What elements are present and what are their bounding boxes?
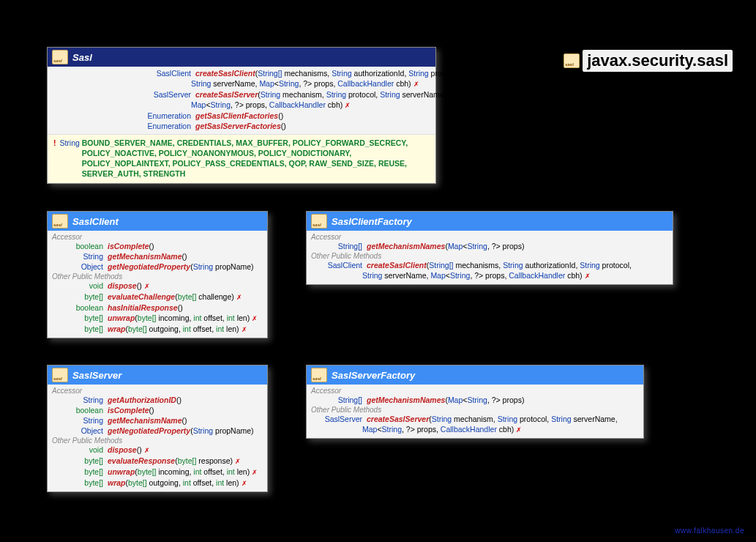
card-header: SaslServer xyxy=(48,365,267,385)
return-type: Object xyxy=(52,261,108,272)
section-label: Accessor xyxy=(307,232,673,241)
method-row: byte[]unwrap (byte[] incoming, int offse… xyxy=(48,313,267,324)
method-name: getMechanismNames xyxy=(367,241,445,251)
class-card-sasl: Sasl SaslClientcreateSaslClient (String[… xyxy=(47,47,436,184)
method-params: () xyxy=(137,281,142,291)
method-params: () xyxy=(182,251,187,261)
card-header: SaslServerFactory xyxy=(307,365,643,385)
method-row: Map<String, ?> props, CallbackHandler cb… xyxy=(48,100,435,111)
method-name: unwrap xyxy=(108,467,135,477)
throws-marker: ✗ xyxy=(411,79,419,89)
method-params: () xyxy=(281,121,286,131)
card-header: SaslClient xyxy=(48,212,267,231)
section-label: Other Public Methods xyxy=(307,405,643,414)
return-type: Enumeration xyxy=(52,121,195,131)
class-icon xyxy=(52,214,68,229)
card-header: Sasl xyxy=(48,48,435,67)
section-label: Other Public Methods xyxy=(48,272,267,281)
method-row: String serverName, Map<String, ?> props,… xyxy=(307,270,673,281)
method-name: getAuthorizationID xyxy=(108,395,176,405)
throws-marker: ✗ xyxy=(250,467,258,478)
card-header: SaslClientFactory xyxy=(307,212,673,231)
class-icon xyxy=(52,368,68,382)
method-params: (Map<String, ?> props) xyxy=(445,241,524,251)
package-icon xyxy=(564,53,580,68)
method-row: String serverName, Map<String, ?> props,… xyxy=(48,78,435,89)
return-type: Object xyxy=(52,426,108,436)
method-row: voiddispose ()✗ xyxy=(48,445,267,456)
method-params: (byte[] outgoing, int offset, int len) xyxy=(126,324,239,334)
throws-marker: ✗ xyxy=(514,425,522,435)
return-type: SaslClient xyxy=(52,68,195,78)
throws-marker: ✗ xyxy=(343,100,351,111)
class-title: SaslClient xyxy=(72,216,119,227)
throws-marker: ✗ xyxy=(583,271,591,281)
footer-link[interactable]: www.falkhausen.de xyxy=(675,527,744,535)
method-row: voiddispose ()✗ xyxy=(48,281,267,292)
method-name: createSaslServer xyxy=(195,89,258,100)
class-title: SaslClientFactory xyxy=(332,216,412,227)
return-type: byte[] xyxy=(52,467,108,477)
method-row: byte[]evaluateChallenge (byte[] challeng… xyxy=(48,292,267,302)
method-name: getMechanismName xyxy=(108,415,182,426)
section-label: Other Public Methods xyxy=(307,251,673,260)
return-type: SaslClient xyxy=(311,260,367,270)
method-row: SaslServercreateSaslServer (String mecha… xyxy=(307,414,643,424)
section-label: Other Public Methods xyxy=(48,436,267,445)
throws-marker: ✗ xyxy=(239,324,247,335)
method-row: byte[]wrap (byte[] outgoing, int offset,… xyxy=(48,324,267,335)
method-name: wrap xyxy=(108,478,126,488)
method-params: () xyxy=(176,395,181,405)
return-type: byte[] xyxy=(52,478,108,488)
method-name: wrap xyxy=(108,324,126,334)
method-row: booleanisComplete () xyxy=(48,405,267,415)
section-label: Accessor xyxy=(48,232,267,241)
method-name: isComplete xyxy=(108,405,149,415)
method-params: (Map<String, ?> props) xyxy=(445,395,524,405)
return-type: byte[] xyxy=(52,456,108,466)
method-row: StringgetAuthorizationID () xyxy=(48,395,267,405)
class-icon xyxy=(52,50,68,64)
method-row: SaslServercreateSaslServer (String mecha… xyxy=(48,89,435,100)
throws-marker: ✗ xyxy=(233,456,241,467)
constants-block: ! String BOUND_SERVER_NAME, CREDENTIALS,… xyxy=(48,134,435,183)
method-name: isComplete xyxy=(108,241,149,251)
method-params: (byte[] incoming, int offset, int len) xyxy=(135,313,250,323)
method-row: SaslClientcreateSaslClient (String[] mec… xyxy=(307,260,673,270)
method-row: byte[]wrap (byte[] outgoing, int offset,… xyxy=(48,478,267,489)
class-title: SaslServerFactory xyxy=(332,370,415,381)
throws-marker: ✗ xyxy=(250,313,258,324)
method-row: StringgetMechanismName () xyxy=(48,415,267,426)
return-type: byte[] xyxy=(52,313,108,323)
return-type: String[] xyxy=(311,395,367,405)
return-type: SaslServer xyxy=(52,89,195,100)
return-type: byte[] xyxy=(52,292,108,302)
method-name: hasInitialResponse xyxy=(108,302,178,313)
method-row: byte[]evaluateResponse (byte[] response)… xyxy=(48,456,267,467)
constants-type: String xyxy=(59,138,79,147)
method-name: getNegotiatedProperty xyxy=(108,261,190,272)
method-params: String serverName, Map<String, ?> props,… xyxy=(191,78,411,89)
return-type: void xyxy=(52,445,108,455)
method-params: (String mechanism, String protocol, Stri… xyxy=(429,414,617,424)
return-type: String xyxy=(52,395,108,405)
method-name: getSaslServerFactories xyxy=(195,121,281,131)
method-name: unwrap xyxy=(108,313,135,323)
card-body: Accessor StringgetAuthorizationID ()bool… xyxy=(48,385,267,491)
method-name: evaluateResponse xyxy=(108,456,175,466)
return-type: Enumeration xyxy=(52,111,195,121)
throws-marker: ✗ xyxy=(239,478,247,489)
class-card-saslserverfactory: SaslServerFactory Accessor String[]getMe… xyxy=(306,365,644,439)
method-name: getNegotiatedProperty xyxy=(108,426,190,436)
method-name: getSaslClientFactories xyxy=(195,111,278,121)
method-row: EnumerationgetSaslServerFactories () xyxy=(48,121,435,131)
method-params: (String[] mechanisms, String authorizati… xyxy=(427,260,632,270)
method-name: getMechanismNames xyxy=(367,395,445,405)
method-row: SaslClientcreateSaslClient (String[] mec… xyxy=(48,68,435,78)
class-card-saslclient: SaslClient Accessor booleanisComplete ()… xyxy=(47,211,268,338)
class-card-saslserver: SaslServer Accessor StringgetAuthorizati… xyxy=(47,365,268,492)
class-title: SaslServer xyxy=(72,370,121,381)
method-params: (byte[] incoming, int offset, int len) xyxy=(135,467,250,477)
class-card-saslclientfactory: SaslClientFactory Accessor String[]getMe… xyxy=(306,211,673,285)
method-params: Map<String, ?> props, CallbackHandler cb… xyxy=(191,100,343,110)
